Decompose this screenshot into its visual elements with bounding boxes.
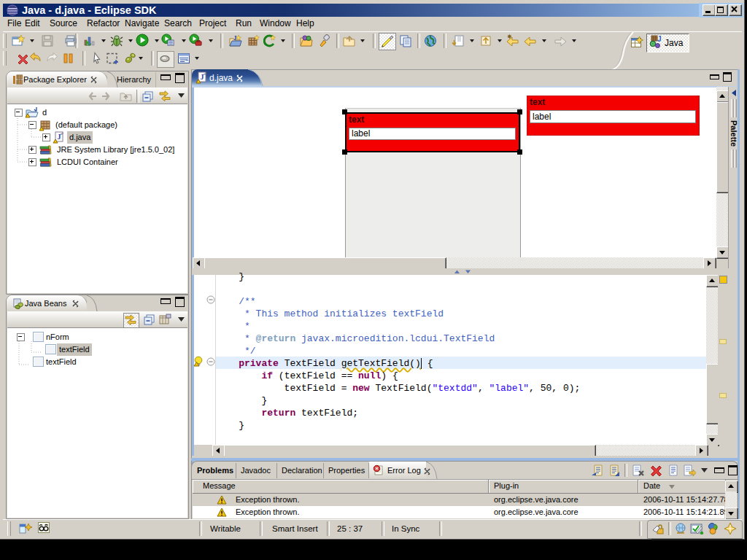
svg-text:J: J: [657, 35, 662, 43]
svg-text:J: J: [201, 73, 204, 81]
svg-text:J: J: [233, 34, 237, 42]
svg-text:J: J: [58, 133, 61, 141]
